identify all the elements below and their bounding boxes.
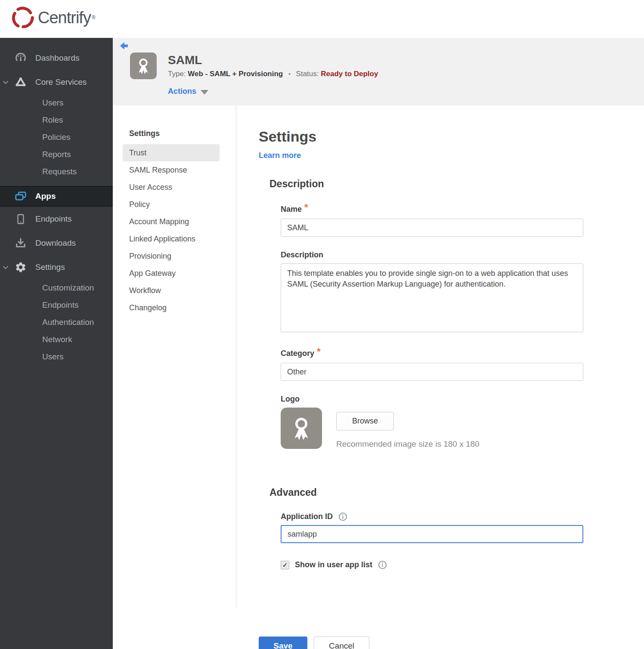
sidebar-item-network[interactable]: Network: [0, 331, 113, 348]
show-in-app-list-label: Show in user app list: [295, 560, 372, 569]
app-meta: Type: Web - SAML + Provisioning • Status…: [168, 70, 378, 78]
sidebar-label-downloads: Downloads: [35, 238, 76, 248]
ribbon-icon: [287, 414, 316, 442]
description-section-heading: Description: [269, 178, 583, 190]
sidebar-item-roles[interactable]: Roles: [0, 111, 113, 129]
learn-more-link[interactable]: Learn more: [259, 151, 301, 160]
content-area: Settings Trust SAML Response User Access…: [113, 105, 644, 649]
back-arrow-icon[interactable]: [120, 42, 130, 51]
show-in-app-list-row: ✓ Show in user app list: [281, 560, 583, 569]
form-footer: Save Cancel: [259, 637, 583, 649]
actions-label: Actions: [168, 87, 196, 96]
logo-size-hint: Recommended image size is 180 x 180: [336, 439, 480, 449]
phone-icon: [14, 213, 27, 226]
application-id-field[interactable]: [281, 525, 583, 543]
gauge-icon: [14, 52, 27, 65]
gear-icon: [14, 261, 27, 274]
logo-label: Logo: [281, 395, 583, 404]
app-logo-preview: [281, 408, 322, 449]
sidebar-item-reports[interactable]: Reports: [0, 146, 113, 163]
subnav-item-workflow[interactable]: Workflow: [123, 282, 220, 299]
advanced-section: Advanced Application ID ✓ Show in: [269, 487, 583, 649]
chevron-down-icon[interactable]: [2, 264, 9, 271]
status-label: Status:: [296, 70, 319, 78]
sidebar-item-authentication[interactable]: Authentication: [0, 314, 113, 331]
sidebar-item-users-settings[interactable]: Users: [0, 348, 113, 365]
sidebar-item-dashboards[interactable]: Dashboards: [0, 46, 113, 70]
download-icon: [14, 237, 27, 250]
centrify-logo: Centrify ®: [0, 0, 644, 29]
category-label: Category *: [281, 348, 583, 359]
subnav-item-user-access[interactable]: User Access: [123, 179, 220, 196]
sidebar-item-endpoints-settings[interactable]: Endpoints: [0, 297, 113, 314]
advanced-section-heading: Advanced: [269, 487, 583, 498]
subnav-item-app-gateway[interactable]: App Gateway: [123, 265, 220, 282]
subnav-item-saml-response[interactable]: SAML Response: [123, 161, 220, 179]
form-title: Settings: [259, 128, 583, 145]
name-field[interactable]: [281, 219, 583, 237]
sidebar-item-requests[interactable]: Requests: [0, 163, 113, 180]
description-section: Description Name * Description This temp…: [269, 178, 583, 449]
settings-subnav: Settings Trust SAML Response User Access…: [113, 105, 236, 608]
show-in-app-list-checkbox[interactable]: ✓: [281, 561, 289, 569]
subnav-item-provisioning[interactable]: Provisioning: [123, 247, 220, 265]
sidebar: Dashboards Core Services Users Roles Pol…: [0, 38, 113, 649]
category-field[interactable]: [281, 363, 583, 381]
meta-separator: •: [288, 71, 291, 77]
description-label: Description: [281, 250, 583, 260]
subnav-item-account-mapping[interactable]: Account Mapping: [123, 213, 220, 230]
subnav-item-policy[interactable]: Policy: [123, 196, 220, 213]
sidebar-item-policies[interactable]: Policies: [0, 129, 113, 146]
required-asterisk: *: [317, 346, 321, 357]
sidebar-item-core-services[interactable]: Core Services: [0, 70, 113, 94]
settings-submenu: Customization Endpoints Authentication N…: [0, 279, 113, 365]
type-value: Web - SAML + Provisioning: [188, 70, 283, 78]
actions-dropdown[interactable]: Actions: [168, 87, 208, 96]
brand-trademark: ®: [92, 15, 96, 21]
chevron-down-icon[interactable]: [2, 79, 9, 86]
settings-form: Settings Learn more Description Name * D…: [236, 105, 583, 649]
sidebar-item-users[interactable]: Users: [0, 94, 113, 111]
browse-button[interactable]: Browse: [336, 412, 394, 430]
name-label: Name *: [281, 204, 583, 215]
subnav-item-changelog[interactable]: Changelog: [123, 299, 220, 316]
type-label: Type:: [168, 70, 186, 78]
app-header: SAML Type: Web - SAML + Provisioning • S…: [113, 38, 644, 105]
status-badge: Ready to Deploy: [321, 70, 378, 78]
top-bar: Centrify ®: [0, 0, 644, 38]
info-icon[interactable]: [338, 512, 347, 521]
core-services-submenu: Users Roles Policies Reports Requests: [0, 94, 113, 180]
sidebar-item-settings[interactable]: Settings: [0, 255, 113, 279]
cancel-button[interactable]: Cancel: [314, 637, 369, 649]
sidebar-label-apps: Apps: [35, 192, 56, 201]
sidebar-item-endpoints[interactable]: Endpoints: [0, 207, 113, 231]
application-id-label: Application ID: [281, 512, 583, 521]
info-icon[interactable]: [378, 560, 387, 569]
sidebar-item-downloads[interactable]: Downloads: [0, 231, 113, 255]
app-logo-badge: [130, 53, 157, 79]
subnav-item-linked-applications[interactable]: Linked Applications: [123, 230, 220, 247]
page-title: SAML: [168, 53, 202, 67]
sidebar-label-core-services: Core Services: [35, 77, 87, 87]
sidebar-label-dashboards: Dashboards: [35, 53, 79, 63]
sidebar-item-customization[interactable]: Customization: [0, 279, 113, 297]
dropdown-triangle-icon: [201, 90, 208, 95]
apps-icon: [14, 190, 27, 203]
core-services-icon: [14, 76, 27, 89]
sidebar-label-endpoints: Endpoints: [35, 214, 72, 224]
required-asterisk: *: [304, 202, 308, 213]
save-button[interactable]: Save: [259, 637, 307, 649]
sidebar-item-apps[interactable]: Apps: [0, 186, 113, 207]
ribbon-icon: [133, 56, 153, 76]
description-field[interactable]: This template enables you to provide sin…: [281, 263, 583, 332]
subnav-item-trust[interactable]: Trust: [123, 144, 220, 161]
subnav-heading: Settings: [129, 129, 236, 138]
sidebar-label-settings: Settings: [35, 263, 65, 272]
centrify-swirl-icon: [11, 6, 34, 29]
brand-name: Centrify: [38, 9, 91, 27]
